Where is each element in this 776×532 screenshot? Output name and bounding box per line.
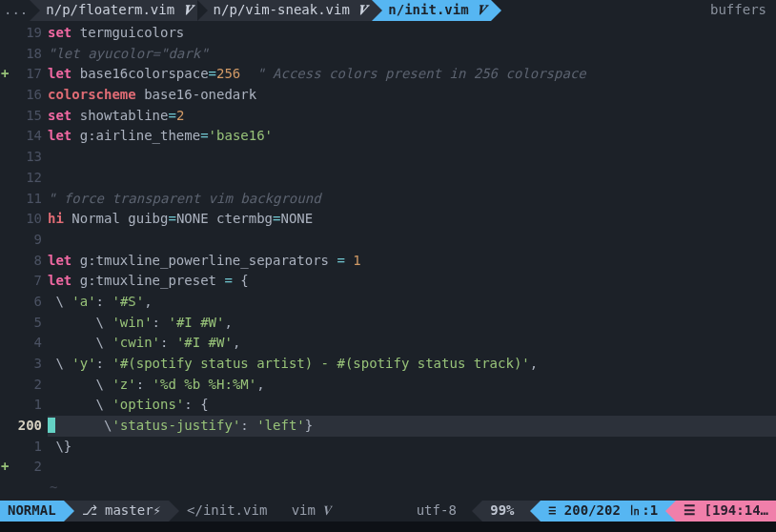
modified-icon: 𝑽 <box>477 0 485 21</box>
tab-label: n/init.vim <box>388 0 468 21</box>
sign-column: + + <box>0 23 13 499</box>
line-numbers: 19181716151413121110987654321 200 12 <box>13 23 48 499</box>
branch-icon: ⎇ <box>82 501 97 522</box>
editor[interactable]: + + 19181716151413121110987654321 200 12… <box>0 21 776 499</box>
percent-segment: 99% <box>482 501 530 522</box>
bolt-icon: ⚡ <box>153 501 161 522</box>
status-line: NORMAL ⎇ master⚡ </init.vim vim 𝑽 utf-8 … <box>0 501 776 522</box>
modified-icon: 𝑽 <box>183 0 192 21</box>
tab-vim-sneak[interactable]: n/p/vim-sneak.vim 𝑽 <box>208 0 373 21</box>
buffers-label[interactable]: buffers <box>701 0 776 21</box>
mode-segment: NORMAL <box>0 501 64 522</box>
position-segment: ≡ 200/202 ㏑:1 <box>541 501 665 522</box>
cursor-line: \'status-justify': 'left'} <box>48 416 776 437</box>
tab-overflow[interactable]: ... <box>0 0 30 21</box>
tab-sep <box>197 0 208 21</box>
end-of-buffer: ~ <box>48 478 776 499</box>
modified-icon: 𝑽 <box>357 0 366 21</box>
filename-segment: </init.vim vim 𝑽 <box>179 501 339 522</box>
filetype-segment: vim 𝑽 <box>292 501 333 522</box>
lines-icon: ≡ <box>548 501 564 522</box>
col-icon: ㏑ <box>628 501 642 522</box>
git-branch-segment: ⎇ master⚡ <box>74 501 169 522</box>
tab-bar: ... n/p/floaterm.vim 𝑽 n/p/vim-sneak.vim… <box>0 0 776 21</box>
warn-icon: ☰ <box>684 501 704 522</box>
code-area[interactable]: set termguicolors "let ayucolor="dark" l… <box>48 23 776 499</box>
tab-init-vim-active[interactable]: n/init.vim 𝑽 <box>382 0 491 21</box>
separator-gap <box>0 522 776 532</box>
warning-segment: ☰ [194:14… <box>676 501 776 522</box>
git-add-sign: + <box>0 457 13 478</box>
git-add-sign: + <box>0 64 13 85</box>
tab-sep <box>30 0 40 21</box>
tab-floaterm[interactable]: n/p/floaterm.vim 𝑽 <box>40 0 196 21</box>
encoding-segment: utf-8 <box>409 501 473 522</box>
tab-sep <box>491 0 501 21</box>
current-line-num: 200 <box>13 416 42 437</box>
tab-sep <box>372 0 382 21</box>
tab-label: n/p/floaterm.vim <box>46 0 174 21</box>
tab-label: n/p/vim-sneak.vim <box>214 0 350 21</box>
